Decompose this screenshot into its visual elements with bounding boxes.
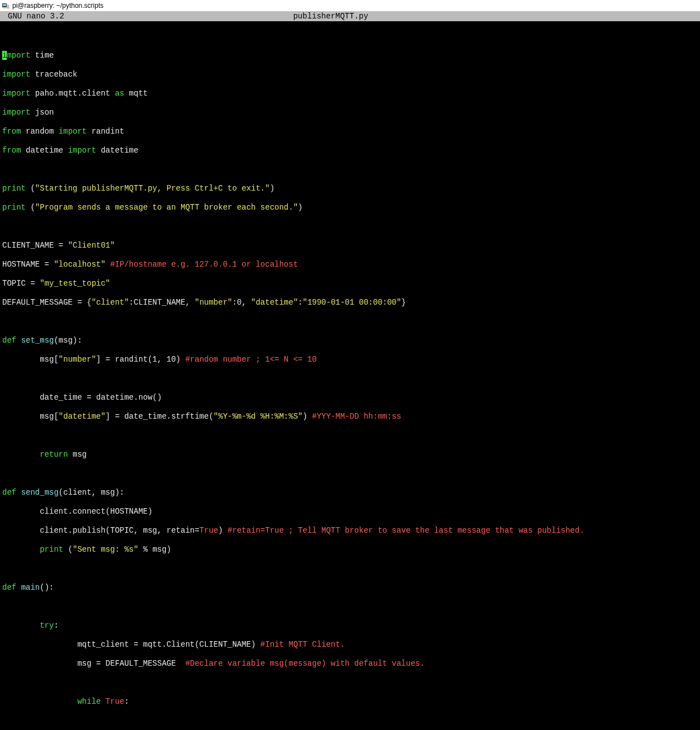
code-line: def set_msg(msg):: [2, 336, 698, 345]
code-line: def main():: [2, 583, 698, 592]
code-line: msg["datetime"] = date_time.strftime("%Y…: [2, 412, 698, 421]
code-line: [2, 716, 698, 726]
nano-app-name: GNU nano 3.2: [2, 11, 64, 21]
code-line: return msg: [2, 450, 698, 459]
code-line: [2, 678, 698, 688]
code-line: CLIENT_NAME = "Client01": [2, 241, 698, 250]
window-title: pi@raspberry: ~/python.scripts: [12, 2, 103, 10]
code-line: [2, 32, 698, 41]
putty-icon: [1, 1, 10, 10]
code-line: from datetime import datetime: [2, 146, 698, 155]
code-line: print ("Sent msg: %s" % msg): [2, 545, 698, 554]
code-line: import time: [2, 51, 698, 60]
code-line: [2, 602, 698, 612]
code-line: msg = DEFAULT_MESSAGE #Declare variable …: [2, 659, 698, 669]
code-line: [2, 469, 698, 478]
code-line: date_time = datetime.now(): [2, 393, 698, 402]
code-line: try:: [2, 621, 698, 631]
code-line: msg["number"] = randint(1, 10) #random n…: [2, 355, 698, 364]
code-line: [2, 165, 698, 174]
code-line: mqtt_client = mqtt.Client(CLIENT_NAME) #…: [2, 640, 698, 650]
code-line: print ("Program sends a message to an MQ…: [2, 203, 698, 212]
svg-rect-1: [3, 4, 6, 6]
code-line: [2, 317, 698, 326]
svg-rect-2: [7, 5, 9, 8]
code-line: [2, 374, 698, 383]
code-line: TOPIC = "my_test_topic": [2, 279, 698, 288]
code-line: import paho.mqtt.client as mqtt: [2, 89, 698, 98]
code-line: HOSTNAME = "localhost" #IP/hostname e.g.…: [2, 260, 698, 269]
nano-header: GNU nano 3.2 publisherMQTT.py: [0, 11, 700, 21]
code-line: DEFAULT_MESSAGE = {"client":CLIENT_NAME,…: [2, 298, 698, 307]
code-line: import traceback: [2, 70, 698, 79]
code-line: [2, 222, 698, 231]
code-line: [2, 431, 698, 440]
code-line: [2, 564, 698, 573]
code-line: def send_msg(client, msg):: [2, 488, 698, 497]
nano-filename: publisherMQTT.py: [293, 11, 469, 21]
editor-area[interactable]: import time import traceback import paho…: [0, 21, 700, 730]
code-line: import json: [2, 108, 698, 117]
code-line: client.connect(HOSTNAME): [2, 507, 698, 516]
code-line: while True:: [2, 697, 698, 707]
code-line: from random import randint: [2, 127, 698, 136]
code-line: print ("Starting publisherMQTT.py, Press…: [2, 184, 698, 193]
window-titlebar: pi@raspberry: ~/python.scripts: [0, 0, 700, 11]
code-line: client.publish(TOPIC, msg, retain=True) …: [2, 526, 698, 535]
